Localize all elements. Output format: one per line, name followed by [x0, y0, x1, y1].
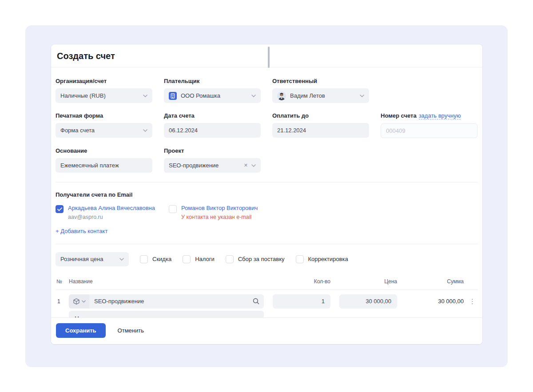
contact-info: Аркадьева Алина Вячеславовна aav@aspro.r…: [68, 205, 155, 220]
divider: [56, 244, 478, 244]
delivery-fee-checkbox[interactable]: [226, 255, 234, 263]
responsible-label: Ответственный: [272, 78, 369, 84]
print-form-select[interactable]: Форма счета: [56, 123, 152, 138]
chevron-down-icon: [82, 300, 86, 303]
product-picker-button[interactable]: [69, 294, 89, 309]
contact-email: aav@aspro.ru: [68, 214, 155, 220]
invoice-date-input[interactable]: [164, 123, 261, 138]
form-row-2: Печатная форма Форма счета Дата счета: [56, 112, 478, 138]
field-responsible: Ответственный Вадим Летов: [272, 78, 369, 103]
col-header-name: Название: [69, 278, 264, 285]
delivery-fee-label: Сбор за поставку: [238, 256, 285, 262]
basis-label: Основание: [56, 147, 152, 154]
discount-checkbox[interactable]: [140, 255, 148, 263]
chevron-down-icon: [143, 95, 147, 97]
field-organization: Организация/счет Наличные (RUB): [56, 78, 152, 103]
check-icon: [57, 207, 62, 211]
payer-label: Плательщик: [164, 78, 261, 84]
taxes-checkbox[interactable]: [183, 255, 191, 263]
contact-checkbox[interactable]: [169, 205, 177, 213]
row-number: 1: [56, 298, 69, 305]
contact-item: Романов Виктор Викторович У контакта не …: [169, 205, 272, 220]
page: Создать счет Организация/счет Наличные (…: [0, 0, 533, 392]
cancel-button[interactable]: Отменить: [118, 327, 144, 334]
save-button[interactable]: Сохранить: [56, 323, 106, 338]
page-title: Создать счет: [57, 51, 477, 61]
organization-select[interactable]: Наличные (RUB): [56, 88, 152, 103]
item-price-input[interactable]: [339, 294, 397, 309]
set-number-manually-link[interactable]: задать вручную: [419, 112, 461, 119]
pay-until-label: Оплатить до: [272, 112, 369, 119]
contact-info: Романов Виктор Викторович У контакта не …: [181, 205, 258, 220]
chevron-down-icon: [251, 164, 256, 167]
field-invoice-number: Номер счета задать вручную: [381, 112, 477, 138]
option-correction: Корректировка: [296, 255, 348, 263]
correction-checkbox[interactable]: [296, 255, 304, 263]
building-icon: [169, 92, 177, 100]
payer-select[interactable]: ООО Ромашка: [164, 88, 261, 103]
print-form-label: Печатная форма: [56, 112, 152, 119]
invoice-number-label: Номер счета: [381, 112, 417, 119]
chevron-down-icon: [119, 258, 124, 261]
clear-project-icon[interactable]: ✕: [244, 162, 248, 168]
project-value: SEO-продвижение: [169, 162, 240, 169]
item-name-group: [69, 294, 264, 309]
form-row-3: Основание Проект SEO-продвижение ✕: [56, 147, 478, 173]
avatar: [277, 91, 286, 100]
recipients-list: Аркадьева Алина Вячеславовна aav@aspro.r…: [56, 205, 478, 220]
col-header-sum: Сумма: [397, 278, 464, 285]
items-table-header: № Название Кол-во Цена Сумма: [56, 278, 478, 290]
project-label: Проект: [164, 147, 261, 154]
correction-label: Корректировка: [308, 256, 348, 262]
field-print-form: Печатная форма Форма счета: [56, 112, 152, 138]
basis-input[interactable]: [56, 158, 152, 173]
field-project: Проект SEO-продвижение ✕: [164, 147, 261, 173]
field-payer: Плательщик ООО Ромашка: [164, 78, 261, 103]
chevron-down-icon: [251, 95, 256, 97]
option-taxes: Налоги: [183, 255, 215, 263]
contact-name-link[interactable]: Романов Виктор Викторович: [181, 205, 258, 212]
invoice-number-input[interactable]: [381, 123, 477, 138]
item-name-input[interactable]: [89, 294, 248, 309]
price-type-value: Розничная цена: [60, 256, 116, 262]
create-invoice-modal: Создать счет Организация/счет Наличные (…: [51, 44, 482, 344]
print-form-value: Форма счета: [60, 127, 139, 134]
organization-label: Организация/счет: [56, 78, 152, 84]
modal-header: Создать счет: [51, 44, 482, 67]
invoice-date-label: Дата счета: [164, 112, 261, 119]
cube-icon: [73, 298, 80, 305]
discount-label: Скидка: [152, 256, 171, 262]
row-menu-icon[interactable]: ⋮: [464, 297, 478, 305]
option-delivery-fee: Сбор за поставку: [226, 255, 285, 263]
pay-until-input[interactable]: [272, 123, 369, 138]
modal-footer: Сохранить Отменить: [51, 317, 482, 344]
col-header-num: №: [56, 278, 69, 285]
field-pay-until: Оплатить до: [272, 112, 369, 138]
form-row-1: Организация/счет Наличные (RUB) Плательщ…: [56, 78, 478, 103]
add-contact-link[interactable]: + Добавить контакт: [56, 228, 107, 234]
textarea-scrollbar[interactable]: [268, 47, 270, 68]
search-icon[interactable]: [248, 294, 264, 309]
col-header-price: Цена: [339, 278, 397, 285]
modal-backdrop-panel: Создать счет Организация/счет Наличные (…: [25, 25, 508, 367]
field-basis: Основание: [56, 147, 152, 173]
modal-body: Организация/счет Наличные (RUB) Плательщ…: [51, 67, 482, 337]
invoice-number-label-row: Номер счета задать вручную: [381, 112, 477, 119]
item-qty-input[interactable]: [273, 294, 330, 309]
contact-name-link[interactable]: Аркадьева Алина Вячеславовна: [68, 205, 155, 212]
contact-item: Аркадьева Алина Вячеславовна aav@aspro.r…: [56, 205, 159, 220]
col-header-qty: Кол-во: [273, 278, 330, 285]
field-invoice-date: Дата счета: [164, 112, 261, 138]
project-select[interactable]: SEO-продвижение ✕: [164, 158, 261, 173]
responsible-select[interactable]: Вадим Летов: [272, 88, 369, 103]
recipients-title: Получатели счета по Email: [56, 191, 478, 198]
taxes-label: Налоги: [195, 256, 215, 262]
option-discount: Скидка: [140, 255, 171, 263]
chevron-down-icon: [360, 95, 364, 97]
price-type-select[interactable]: Розничная цена: [56, 252, 129, 266]
chevron-down-icon: [143, 129, 147, 132]
organization-value: Наличные (RUB): [60, 92, 139, 99]
contact-checkbox[interactable]: [56, 205, 64, 213]
item-sum-value: 30 000,00: [397, 298, 464, 305]
responsible-value: Вадим Летов: [290, 92, 356, 99]
